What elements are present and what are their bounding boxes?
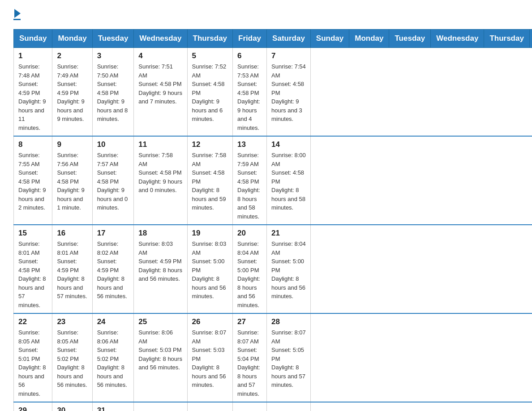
weekday-header-monday: Monday — [349, 30, 389, 48]
day-number: 6 — [237, 51, 262, 60]
day-info: Sunrise: 7:53 AMSunset: 4:58 PMDaylight:… — [237, 62, 262, 132]
day-number: 17 — [97, 229, 129, 238]
day-info: Sunrise: 7:49 AMSunset: 4:59 PMDaylight:… — [57, 62, 87, 124]
day-number: 24 — [97, 317, 129, 326]
day-number: 27 — [237, 317, 262, 326]
calendar-cell: 26 Sunrise: 8:07 AMSunset: 5:03 PMDaylig… — [187, 313, 233, 402]
day-info: Sunrise: 8:03 AMSunset: 4:59 PMDaylight:… — [138, 240, 182, 283]
day-info: Sunrise: 7:56 AMSunset: 4:58 PMDaylight:… — [57, 151, 87, 212]
day-number: 9 — [57, 140, 87, 149]
day-number: 7 — [271, 51, 306, 60]
day-info: Sunrise: 8:04 AMSunset: 5:00 PMDaylight:… — [271, 240, 306, 301]
day-number: 1 — [18, 51, 47, 60]
day-number: 18 — [138, 229, 182, 238]
day-number: 15 — [18, 229, 47, 238]
calendar-table: SundayMondayTuesdayWednesdayThursdayFrid… — [13, 29, 532, 411]
day-info: Sunrise: 7:59 AMSunset: 4:58 PMDaylight:… — [237, 151, 262, 221]
calendar-cell: 15 Sunrise: 8:01 AMSunset: 4:58 PMDaylig… — [14, 225, 52, 313]
day-number: 16 — [57, 229, 87, 238]
page-header — [13, 9, 519, 20]
day-number: 26 — [192, 317, 228, 326]
weekday-header-friday: Friday — [529, 30, 532, 48]
logo — [13, 9, 21, 20]
calendar-header-row: SundayMondayTuesdayWednesdayThursdayFrid… — [14, 30, 532, 48]
day-info: Sunrise: 7:58 AMSunset: 4:58 PMDaylight:… — [192, 151, 228, 212]
day-info: Sunrise: 8:03 AMSunset: 5:00 PMDaylight:… — [192, 240, 228, 301]
day-info: Sunrise: 7:58 AMSunset: 4:58 PMDaylight:… — [138, 151, 182, 195]
day-info: Sunrise: 8:06 AMSunset: 5:03 PMDaylight:… — [138, 328, 182, 372]
day-number: 2 — [57, 51, 87, 60]
logo-arrow-icon — [14, 9, 21, 18]
calendar-cell — [134, 402, 187, 411]
calendar-cell: 12 Sunrise: 7:58 AMSunset: 4:58 PMDaylig… — [187, 136, 233, 225]
calendar-cell: 5 Sunrise: 7:52 AMSunset: 4:58 PMDayligh… — [187, 48, 233, 137]
weekday-header-sunday: Sunday — [310, 30, 349, 48]
day-number: 12 — [192, 140, 228, 149]
day-number: 4 — [138, 51, 182, 60]
day-info: Sunrise: 7:54 AMSunset: 4:58 PMDaylight:… — [271, 62, 306, 124]
day-info: Sunrise: 8:07 AMSunset: 5:05 PMDaylight:… — [271, 328, 306, 390]
day-info: Sunrise: 8:04 AMSunset: 5:00 PMDaylight:… — [237, 240, 262, 309]
calendar-cell: 7 Sunrise: 7:54 AMSunset: 4:58 PMDayligh… — [267, 48, 311, 137]
day-info: Sunrise: 8:02 AMSunset: 4:59 PMDaylight:… — [97, 240, 129, 301]
weekday-header-friday: Friday — [233, 30, 267, 48]
day-number: 31 — [97, 406, 129, 411]
day-number: 30 — [57, 406, 87, 411]
weekday-header-sunday: Sunday — [14, 30, 52, 48]
calendar-cell: 16 Sunrise: 8:01 AMSunset: 4:59 PMDaylig… — [52, 225, 92, 313]
calendar-cell: 18 Sunrise: 8:03 AMSunset: 4:59 PMDaylig… — [134, 225, 187, 313]
weekday-header-thursday: Thursday — [187, 30, 233, 48]
calendar-cell: 17 Sunrise: 8:02 AMSunset: 4:59 PMDaylig… — [92, 225, 134, 313]
calendar-cell — [233, 402, 267, 411]
calendar-cell: 6 Sunrise: 7:53 AMSunset: 4:58 PMDayligh… — [233, 48, 267, 137]
day-number: 20 — [237, 229, 262, 238]
weekday-header-saturday: Saturday — [267, 30, 311, 48]
weekday-header-tuesday: Tuesday — [92, 30, 134, 48]
calendar-cell: 8 Sunrise: 7:55 AMSunset: 4:58 PMDayligh… — [14, 136, 52, 225]
day-number: 23 — [57, 317, 87, 326]
calendar-cell: 10 Sunrise: 7:57 AMSunset: 4:58 PMDaylig… — [92, 136, 134, 225]
weekday-header-monday: Monday — [52, 30, 92, 48]
logo-underline — [13, 19, 21, 20]
calendar-cell: 30 Sunrise: 8:07 AMSunset: 5:06 PMDaylig… — [52, 402, 92, 411]
day-info: Sunrise: 7:50 AMSunset: 4:58 PMDaylight:… — [97, 62, 129, 124]
calendar-cell: 25 Sunrise: 8:06 AMSunset: 5:03 PMDaylig… — [134, 313, 187, 402]
calendar-cell: 14 Sunrise: 8:00 AMSunset: 4:58 PMDaylig… — [267, 136, 311, 225]
calendar-cell: 22 Sunrise: 8:05 AMSunset: 5:01 PMDaylig… — [14, 313, 52, 402]
calendar-cell: 21 Sunrise: 8:04 AMSunset: 5:00 PMDaylig… — [267, 225, 311, 313]
calendar-cell: 4 Sunrise: 7:51 AMSunset: 4:58 PMDayligh… — [134, 48, 187, 137]
weekday-header-wednesday: Wednesday — [431, 30, 484, 48]
calendar-cell: 23 Sunrise: 8:05 AMSunset: 5:02 PMDaylig… — [52, 313, 92, 402]
day-info: Sunrise: 7:51 AMSunset: 4:58 PMDaylight:… — [138, 62, 182, 106]
day-info: Sunrise: 8:00 AMSunset: 4:58 PMDaylight:… — [271, 151, 306, 212]
calendar-cell: 27 Sunrise: 8:07 AMSunset: 5:04 PMDaylig… — [233, 313, 267, 402]
day-number: 25 — [138, 317, 182, 326]
weekday-header-wednesday: Wednesday — [134, 30, 187, 48]
day-number: 5 — [192, 51, 228, 60]
day-number: 8 — [18, 140, 47, 149]
day-number: 13 — [237, 140, 262, 149]
day-info: Sunrise: 7:57 AMSunset: 4:58 PMDaylight:… — [97, 151, 129, 212]
calendar-cell: 29 Sunrise: 8:07 AMSunset: 5:06 PMDaylig… — [14, 402, 52, 411]
calendar-cell: 20 Sunrise: 8:04 AMSunset: 5:00 PMDaylig… — [233, 225, 267, 313]
calendar-cell: 28 Sunrise: 8:07 AMSunset: 5:05 PMDaylig… — [267, 313, 311, 402]
day-info: Sunrise: 7:52 AMSunset: 4:58 PMDaylight:… — [192, 62, 228, 124]
weekday-header-tuesday: Tuesday — [389, 30, 431, 48]
day-number: 10 — [97, 140, 129, 149]
calendar-week-row: 15 Sunrise: 8:01 AMSunset: 4:58 PMDaylig… — [14, 225, 532, 313]
day-number: 21 — [271, 229, 306, 238]
day-number: 28 — [271, 317, 306, 326]
day-info: Sunrise: 8:01 AMSunset: 4:59 PMDaylight:… — [57, 240, 87, 301]
calendar-cell: 1 Sunrise: 7:48 AMSunset: 4:59 PMDayligh… — [14, 48, 52, 137]
calendar-cell: 3 Sunrise: 7:50 AMSunset: 4:58 PMDayligh… — [92, 48, 134, 137]
day-number: 3 — [97, 51, 129, 60]
day-info: Sunrise: 8:06 AMSunset: 5:02 PMDaylight:… — [97, 328, 129, 390]
calendar-cell: 19 Sunrise: 8:03 AMSunset: 5:00 PMDaylig… — [187, 225, 233, 313]
calendar-cell: 24 Sunrise: 8:06 AMSunset: 5:02 PMDaylig… — [92, 313, 134, 402]
calendar-cell — [267, 402, 311, 411]
calendar-cell: 11 Sunrise: 7:58 AMSunset: 4:58 PMDaylig… — [134, 136, 187, 225]
day-number: 22 — [18, 317, 47, 326]
day-number: 14 — [271, 140, 306, 149]
calendar-week-row: 8 Sunrise: 7:55 AMSunset: 4:58 PMDayligh… — [14, 136, 532, 225]
calendar-week-row: 22 Sunrise: 8:05 AMSunset: 5:01 PMDaylig… — [14, 313, 532, 402]
